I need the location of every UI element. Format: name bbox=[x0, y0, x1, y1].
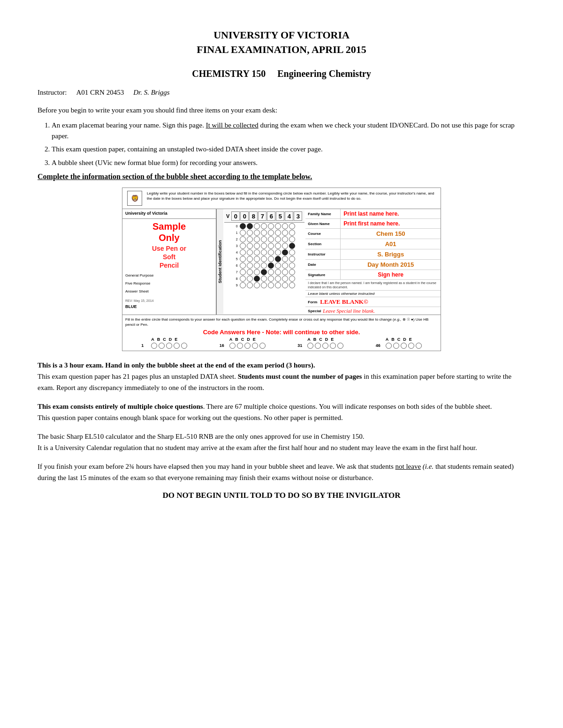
bs-top-text: Legibly write your student number in the… bbox=[147, 191, 437, 201]
page-header: UNIVERSITY OF VICTORIA FINAL EXAMINATION… bbox=[38, 28, 525, 57]
bs-field-given-name: Given Name Print first name here. bbox=[305, 219, 441, 229]
bs-field-course: Course Chem 150 bbox=[305, 229, 441, 239]
list-item: A bubble sheet (UVic new format blue for… bbox=[52, 158, 525, 168]
bs-v-label: V bbox=[226, 213, 229, 219]
bs-bubble-row-7: 7 bbox=[224, 269, 304, 275]
bs-special-row: Special Leave Special line blank. bbox=[305, 307, 441, 315]
bs-student-num-row: V 0 0 8 7 6 5 4 3 bbox=[224, 210, 304, 223]
bs-sample: SampleOnly bbox=[122, 219, 216, 243]
bs-vert-label: Student Identification bbox=[216, 209, 223, 315]
bs-main: University of Victoria SampleOnly Use Pe… bbox=[122, 209, 441, 315]
bs-form-row: Form LEAVE BLANK© bbox=[305, 297, 441, 307]
bs-logo: 🦁 bbox=[126, 191, 143, 206]
bs-abcde-row: ABCDE ABCDE ABCDE ABCDE bbox=[125, 337, 438, 342]
bs-bubble-row-8: 8 bbox=[224, 276, 304, 282]
bs-field-signature: Signature Sign here bbox=[305, 270, 441, 280]
bs-answer-row: 1 16 31 bbox=[125, 343, 438, 349]
bs-leave-blank: Leave blank unless otherwise instructed bbox=[305, 291, 441, 297]
bs-field-family-name: Family Name Print last name here. bbox=[305, 209, 441, 219]
bubble-sheet-heading: Complete the information section of the … bbox=[38, 173, 525, 181]
body-para1: This is a 3 hour exam. Hand in only the … bbox=[38, 360, 525, 393]
bs-field-instructor: Instructor S. Briggs bbox=[305, 249, 441, 260]
bs-declaration: I declare that I am the person named. I … bbox=[305, 280, 441, 291]
bs-id-container: Student Identification V 0 0 8 7 6 5 4 3 bbox=[216, 209, 305, 315]
bs-field-date: Date Day Month 2015 bbox=[305, 260, 441, 270]
bs-bubble-row-6: 6 bbox=[224, 263, 304, 269]
university-title: UNIVERSITY OF VICTORIA FINAL EXAMINATION… bbox=[38, 28, 525, 57]
intro-preamble: Before you begin to write your exam you … bbox=[38, 105, 525, 116]
bubble-sheet: 🦁 Legibly write your student number in t… bbox=[122, 188, 441, 351]
bs-bubble-row-5: 5 bbox=[224, 256, 304, 262]
bs-purpose-labels: General Purpose Five Response Answer She… bbox=[122, 270, 216, 298]
bs-bubble-row-2: 2 bbox=[224, 236, 304, 242]
bs-bubble-row-4: 4 bbox=[224, 249, 304, 255]
list-item: This exam question paper, containing an … bbox=[52, 144, 525, 155]
body-para5: If you finish your exam before 2¾ hours … bbox=[38, 461, 525, 483]
bs-code-answers: Code Answers Here - Note: will continue … bbox=[125, 329, 438, 336]
bs-watermark: Use Pen orSoftPencil bbox=[125, 244, 213, 270]
bs-answer-sheet: Answer Sheet bbox=[125, 289, 213, 293]
bs-bubble-row-9: 9 bbox=[224, 282, 304, 288]
bs-right: Family Name Print last name here. Given … bbox=[305, 209, 441, 315]
course-title: CHEMISTRY 150 Engineering Chemistry bbox=[38, 68, 525, 79]
instructor-line: Instructor: A01 CRN 20453 Dr. S. Briggs bbox=[38, 89, 525, 97]
bs-top-bar: 🦁 Legibly write your student number in t… bbox=[122, 188, 441, 209]
bs-bubble-row-0: 0 bbox=[224, 223, 304, 229]
body-para2: This exam consists entirely of multiple … bbox=[38, 401, 525, 423]
list-item: An exam placemat bearing your name. Sign… bbox=[52, 120, 525, 141]
intro-list: An exam placemat bearing your name. Sign… bbox=[52, 120, 525, 168]
bs-bubble-row-1: 1 bbox=[224, 230, 304, 236]
bs-field-section: Section A01 bbox=[305, 239, 441, 249]
bs-bottom: Fill in the entire circle that correspon… bbox=[122, 315, 441, 350]
bs-left: University of Victoria SampleOnly Use Pe… bbox=[122, 209, 216, 315]
bs-bubble-row-3: 3 bbox=[224, 243, 304, 249]
bs-bubbles-grid: V 0 0 8 7 6 5 4 3 0 bbox=[223, 209, 305, 315]
body-para3-4: The basic Sharp EL510 calculator and the… bbox=[38, 431, 525, 453]
bs-rev: REV: May 15, 2014 bbox=[122, 298, 216, 303]
bs-general-purpose: General Purpose bbox=[125, 273, 213, 278]
bs-logo-img: 🦁 bbox=[127, 191, 142, 206]
final-line: DO NOT BEGIN UNTIL TOLD TO DO SO BY THE … bbox=[38, 491, 525, 500]
bs-fill-text: Fill in the entire circle that correspon… bbox=[125, 317, 438, 327]
bs-five-response: Five Response bbox=[125, 281, 213, 285]
bs-uvic-label: University of Victoria bbox=[122, 209, 216, 219]
bs-blue: BLUE bbox=[122, 303, 216, 310]
